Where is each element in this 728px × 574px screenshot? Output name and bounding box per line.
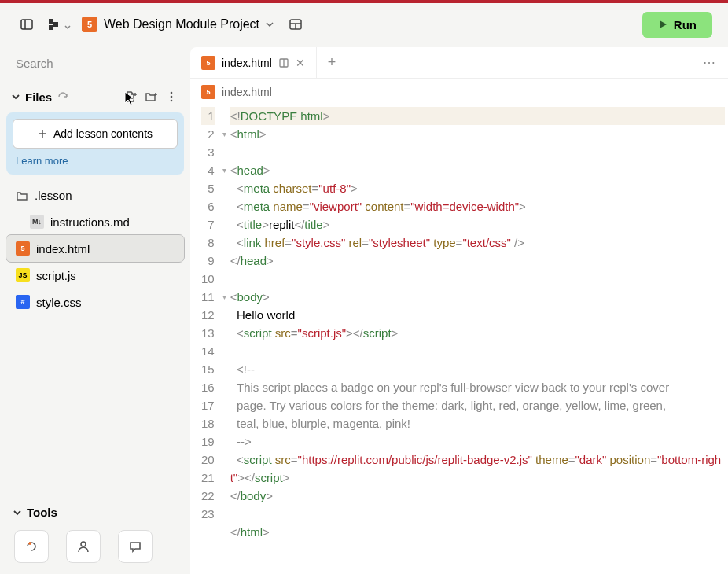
split-icon[interactable] bbox=[278, 57, 289, 68]
tool-refresh-button[interactable] bbox=[14, 530, 49, 563]
html-icon: 5 bbox=[82, 17, 97, 32]
plus-icon bbox=[38, 129, 47, 138]
project-selector[interactable]: 5 Web Design Module Project bbox=[82, 17, 274, 32]
tool-user-button[interactable] bbox=[66, 530, 101, 563]
search-input[interactable]: Search bbox=[6, 49, 184, 78]
new-file-button[interactable] bbox=[123, 89, 138, 105]
file-tree-item[interactable]: #style.css bbox=[6, 289, 184, 315]
close-icon[interactable]: ✕ bbox=[296, 57, 305, 69]
svg-point-19 bbox=[81, 542, 86, 546]
file-tree-item[interactable]: M↓instructions.md bbox=[6, 208, 184, 235]
tab-more-button[interactable]: ⋯ bbox=[690, 55, 728, 70]
svg-rect-2 bbox=[49, 19, 53, 24]
svg-point-14 bbox=[171, 100, 173, 102]
chevron-down-icon bbox=[13, 508, 22, 517]
lesson-panel: Add lesson contents Learn more bbox=[6, 112, 184, 175]
run-button[interactable]: Run bbox=[642, 12, 712, 38]
chevron-down-icon bbox=[11, 92, 20, 101]
svg-rect-3 bbox=[53, 22, 58, 27]
html-icon: 5 bbox=[201, 85, 215, 99]
panel-toggle-icon[interactable] bbox=[16, 13, 38, 35]
sidebar: Search Files Add lesson contents Learn m… bbox=[0, 46, 190, 574]
new-folder-button[interactable] bbox=[143, 89, 159, 105]
add-lesson-button[interactable]: Add lesson contents bbox=[13, 119, 178, 149]
tab-index-html[interactable]: 5 index.html ✕ bbox=[190, 47, 317, 78]
tool-chat-button[interactable] bbox=[118, 530, 153, 563]
html-icon: 5 bbox=[201, 56, 215, 70]
tools-header[interactable]: Tools bbox=[5, 498, 186, 527]
files-header[interactable]: Files bbox=[5, 84, 186, 109]
code-editor[interactable]: 1234567891011121314151617181920212223 <!… bbox=[190, 105, 728, 574]
learn-more-link[interactable]: Learn more bbox=[13, 149, 178, 168]
header: 5 Web Design Module Project Run bbox=[0, 3, 728, 46]
play-icon bbox=[658, 20, 667, 29]
chevron-down-icon bbox=[266, 20, 274, 28]
logo-icon[interactable] bbox=[49, 13, 71, 35]
new-tab-button[interactable]: + bbox=[317, 54, 347, 71]
editor: 5 index.html ✕ + ⋯ 5 index.html 12345678… bbox=[190, 47, 728, 574]
file-tree: .lessonM↓instructions.md5index.htmlJSscr… bbox=[5, 182, 186, 498]
project-name: Web Design Module Project bbox=[104, 17, 259, 31]
sync-icon[interactable] bbox=[57, 91, 69, 102]
svg-rect-0 bbox=[21, 20, 32, 29]
file-tree-item[interactable]: JSscript.js bbox=[6, 262, 184, 289]
more-button[interactable] bbox=[164, 89, 179, 105]
file-tree-item[interactable]: .lesson bbox=[6, 182, 184, 208]
tab-bar: 5 index.html ✕ + ⋯ bbox=[190, 47, 728, 79]
svg-point-13 bbox=[171, 96, 173, 98]
layout-icon[interactable] bbox=[285, 13, 307, 35]
svg-rect-4 bbox=[49, 25, 53, 30]
breadcrumb: 5 index.html bbox=[190, 79, 728, 105]
file-tree-item[interactable]: 5index.html bbox=[6, 235, 184, 262]
svg-point-12 bbox=[171, 92, 173, 94]
